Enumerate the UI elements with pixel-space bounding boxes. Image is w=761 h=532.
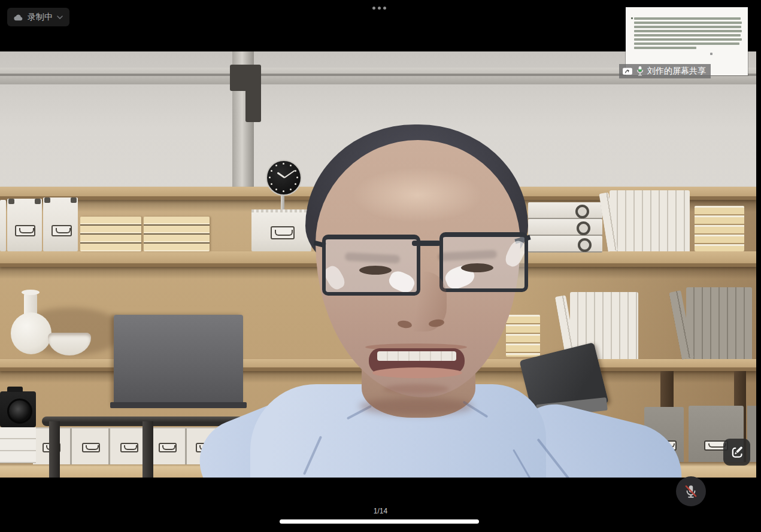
cursor-mark	[710, 53, 713, 55]
lower-lip	[372, 367, 462, 378]
recording-status-button[interactable]: 录制中	[7, 8, 69, 26]
eye	[359, 266, 392, 275]
meeting-window: 录制中	[0, 0, 761, 532]
mute-microphone-button[interactable]	[676, 476, 706, 506]
more-options-button[interactable]	[372, 5, 388, 10]
cloud-icon	[13, 14, 23, 21]
speaker-video-feed	[0, 51, 756, 478]
chevron-down-icon	[57, 16, 63, 19]
slide-scrollbar[interactable]	[280, 519, 479, 524]
microphone-live-icon	[636, 66, 644, 77]
ellipsis-icon	[372, 7, 375, 10]
eye	[461, 263, 493, 272]
microphone-muted-icon	[683, 484, 699, 499]
slide-page-indicator: 1/14	[0, 507, 761, 515]
recording-label: 录制中	[28, 12, 53, 23]
glasses-bridge	[412, 241, 441, 246]
person	[0, 51, 756, 478]
pen-annotate-icon	[729, 445, 745, 460]
glasses-right-lens	[439, 232, 528, 292]
screen-share-icon	[622, 66, 633, 76]
annotate-button[interactable]	[723, 439, 750, 466]
share-owner-label: 刘作的屏幕共享	[619, 64, 711, 78]
share-owner-text: 刘作的屏幕共享	[647, 66, 706, 77]
teeth	[377, 351, 456, 361]
forehead-highlight	[352, 168, 483, 223]
